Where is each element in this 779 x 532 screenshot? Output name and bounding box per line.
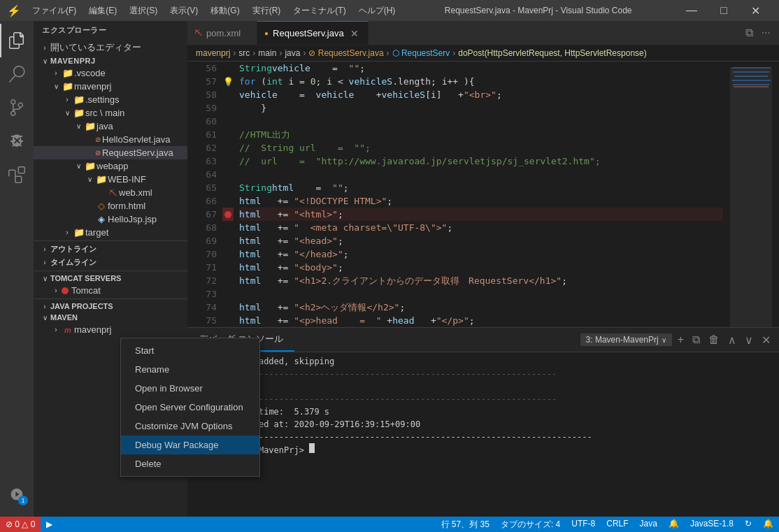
breadcrumb-mavenprj[interactable]: mavenprj bbox=[196, 48, 230, 58]
split-panel-button[interactable]: ⧉ bbox=[689, 331, 703, 349]
menu-edit[interactable]: 編集(E) bbox=[83, 3, 122, 18]
titlebar: ⚡ ファイル(F) 編集(E) 選択(S) 表示(V) 移動(G) 実行(R) … bbox=[0, 0, 779, 21]
activity-search[interactable] bbox=[0, 57, 34, 91]
folder-icon: 📁 bbox=[84, 121, 97, 131]
status-encoding[interactable]: UTF-8 bbox=[566, 519, 601, 529]
code-editor[interactable]: 56 57 58 59 60 61 62 63 64 65 66 67 68 6… bbox=[187, 62, 779, 327]
status-language[interactable]: Java bbox=[634, 519, 663, 529]
tab-close-button[interactable]: ✕ bbox=[348, 27, 361, 40]
code-line-60 bbox=[239, 115, 723, 128]
context-menu-open-browser[interactable]: Open in Browser bbox=[121, 379, 259, 398]
tree-item-webapp[interactable]: ∨ 📁 webapp bbox=[34, 159, 187, 173]
code-line-65: String html = ""; bbox=[239, 181, 723, 194]
tree-item-vscode[interactable]: › 📁 .vscode bbox=[34, 66, 187, 80]
close-panel-button[interactable]: ✕ bbox=[759, 331, 773, 350]
spacer: › bbox=[84, 202, 95, 210]
status-line-ending[interactable]: CRLF bbox=[601, 519, 634, 529]
timeline-header[interactable]: › タイムライン bbox=[34, 256, 187, 269]
menu-file[interactable]: ファイル(F) bbox=[27, 3, 82, 18]
code-line-63: // url = "http://www.javaroad.jp/servlet… bbox=[239, 154, 723, 168]
context-menu-debug-war[interactable]: Debug War Package bbox=[121, 436, 259, 454]
activity-extensions[interactable] bbox=[0, 158, 34, 192]
breadcrumb-file[interactable]: ⊘ RequestServ.java bbox=[308, 48, 383, 58]
tree-item-form-html[interactable]: › ◇ form.html bbox=[34, 199, 187, 213]
activity-debug[interactable] bbox=[0, 124, 34, 158]
status-tab-size[interactable]: タブのサイズ: 4 bbox=[495, 519, 566, 531]
panel-content[interactable]: .xml already added, skipping -----------… bbox=[187, 352, 779, 464]
outline-header[interactable]: › アウトライン bbox=[34, 243, 187, 256]
more-actions-button[interactable]: ··· bbox=[759, 25, 773, 41]
code-line-59: } bbox=[239, 101, 723, 115]
code-content[interactable]: String vehicle = ""; for (int i = 0; i <… bbox=[234, 62, 723, 327]
menu-go[interactable]: 移動(G) bbox=[205, 3, 245, 18]
tree-item-mavenprj[interactable]: ∨ 📁 mavenprj bbox=[34, 80, 187, 93]
tree-item-maven-mavenprj[interactable]: › m mavenprj bbox=[34, 323, 187, 336]
status-errors[interactable]: ⊘ 0 △ 0 bbox=[0, 517, 41, 532]
context-menu-customize-jvm[interactable]: Customize JVM Options bbox=[121, 417, 259, 436]
tree-item-target[interactable]: › 📁 target bbox=[34, 226, 187, 239]
menu-run[interactable]: 実行(R) bbox=[247, 3, 287, 18]
tree-item-tomcat[interactable]: › Tomcat bbox=[34, 284, 187, 297]
debug-session-dropdown[interactable]: 3: Maven-MavenPrj ∨ bbox=[580, 333, 672, 346]
remote-icon[interactable]: 1 bbox=[0, 477, 34, 511]
tree-item-hello-jsp[interactable]: › ◈ HelloJsp.jsp bbox=[34, 213, 187, 226]
target-label: target bbox=[85, 227, 187, 238]
menu-select[interactable]: 選択(S) bbox=[124, 3, 163, 18]
mavenprj-header[interactable]: ∨ MAVENPRJ bbox=[34, 55, 187, 66]
mavenprj-label: MAVENPRJ bbox=[50, 57, 187, 65]
split-editor-button[interactable]: ⧉ bbox=[743, 25, 756, 41]
tab-requestserv[interactable]: ● RequestServ.java ✕ bbox=[257, 21, 369, 45]
close-button[interactable]: ✕ bbox=[740, 0, 772, 21]
activity-remote[interactable]: 1 bbox=[0, 477, 34, 511]
add-terminal-button[interactable]: + bbox=[675, 331, 687, 349]
status-feedback[interactable]: 🔔 bbox=[663, 519, 685, 529]
debug-session-label: 3: Maven-MavenPrj bbox=[586, 335, 659, 345]
code-line-69: html += "<head>"; bbox=[239, 234, 723, 247]
open-editors-header[interactable]: › 開いているエディター bbox=[34, 40, 187, 55]
breadcrumb-src[interactable]: src bbox=[238, 48, 250, 58]
tree-item-java[interactable]: ∨ 📁 java bbox=[34, 120, 187, 133]
tree-item-request-serv[interactable]: › ⊘ RequestServ.java bbox=[34, 146, 187, 159]
panel-chevron-down-button[interactable]: ∨ bbox=[742, 331, 756, 350]
tree-item-web-xml[interactable]: › ⛏ web.xml bbox=[34, 186, 187, 199]
delete-terminal-button[interactable]: 🗑 bbox=[706, 331, 722, 349]
breadcrumb-main[interactable]: main bbox=[258, 48, 276, 58]
status-line-col[interactable]: 行 57、列 35 bbox=[436, 519, 495, 531]
activity-explorer[interactable] bbox=[0, 24, 34, 57]
explorer-header[interactable]: エクスプローラー bbox=[34, 21, 187, 40]
menu-help[interactable]: ヘルプ(H) bbox=[353, 3, 401, 18]
status-sync[interactable]: ↻ bbox=[739, 519, 757, 529]
context-menu-rename[interactable]: Rename bbox=[121, 360, 259, 379]
chevron-down-icon: ∨ bbox=[73, 122, 84, 130]
code-line-66: html += "<!DOCTYPE HTML>"; bbox=[239, 194, 723, 208]
breadcrumb-java[interactable]: java bbox=[285, 48, 300, 58]
panel-chevron-up-button[interactable]: ∧ bbox=[725, 331, 739, 350]
status-run[interactable]: ▶ bbox=[41, 517, 58, 532]
context-menu-delete[interactable]: Delete bbox=[121, 454, 259, 473]
maven-header[interactable]: ∨ MAVEN bbox=[34, 312, 187, 323]
status-java-version[interactable]: JavaSE-1.8 bbox=[685, 519, 739, 529]
terminal-line-8: PS D:\Tomcat\MavenPrj> bbox=[193, 443, 773, 456]
tree-item-web-inf[interactable]: ∨ 📁 WEB-INF bbox=[34, 173, 187, 186]
terminal-line-5: [INFO] Total time: 5.379 s bbox=[193, 405, 773, 418]
menu-view[interactable]: 表示(V) bbox=[164, 3, 203, 18]
maximize-button[interactable]: □ bbox=[708, 0, 740, 21]
tree-item-settings[interactable]: › 📁 .settings bbox=[34, 93, 187, 106]
menu-terminal[interactable]: ターミナル(T) bbox=[287, 3, 351, 18]
folder-icon: 📁 bbox=[73, 94, 85, 105]
outline-label: アウトライン bbox=[50, 244, 187, 254]
form-html-label: form.html bbox=[108, 201, 187, 211]
minimize-button[interactable]: — bbox=[676, 0, 708, 21]
tab-pom[interactable]: ⛏ pom.xml bbox=[187, 21, 257, 45]
tomcat-servers-header[interactable]: ∨ TOMCAT SERVERS bbox=[34, 273, 187, 284]
java-projects-header[interactable]: › JAVA PROJECTS bbox=[34, 301, 187, 312]
tree-item-src-main[interactable]: ∨ 📁 src \ main bbox=[34, 106, 187, 120]
context-menu-start[interactable]: Start bbox=[121, 341, 259, 360]
tree-item-hello-servlet[interactable]: › ⊘ HelloServlet.java bbox=[34, 133, 187, 146]
breadcrumb-sep1: › bbox=[233, 48, 236, 58]
breadcrumb-method[interactable]: doPost(HttpServletRequest, HttpServletRe… bbox=[458, 48, 646, 58]
status-bell[interactable]: 🔔 bbox=[757, 519, 779, 529]
activity-git[interactable] bbox=[0, 91, 34, 124]
breadcrumb-class[interactable]: ⬡ RequestServ bbox=[392, 48, 450, 58]
context-menu-open-server-config[interactable]: Open Server Configuration bbox=[121, 398, 259, 417]
